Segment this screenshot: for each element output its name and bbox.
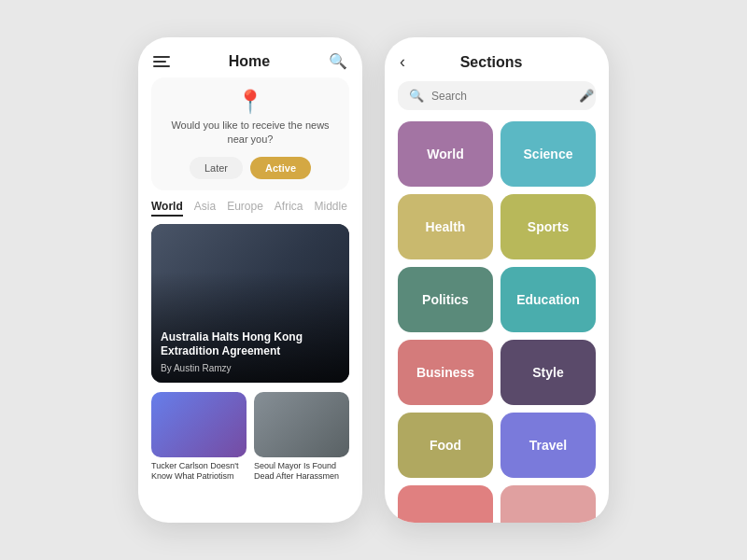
home-header: Home 🔍 <box>138 37 362 77</box>
search-bar-icon: 🔍 <box>409 89 424 103</box>
home-title: Home <box>229 53 270 70</box>
section-card-health[interactable]: Health <box>398 194 493 259</box>
news-main-overlay: Australia Halts Hong Kong Extradition Ag… <box>151 321 349 383</box>
section-label-travel: Travel <box>529 438 567 453</box>
sections-header: ‹ Sections <box>385 37 609 81</box>
news-thumb-image-2 <box>254 392 349 457</box>
location-buttons: Later Active <box>164 157 336 179</box>
category-tabs: World Asia Europe Africa Middle <box>138 200 362 224</box>
section-card-business[interactable]: Business <box>398 340 493 405</box>
section-card-science[interactable]: Science <box>500 121 596 187</box>
section-card-11[interactable] <box>500 485 596 523</box>
section-label-science: Science <box>524 147 573 161</box>
news-thumb-image-1 <box>151 392 247 457</box>
sections-title: Sections <box>413 54 570 71</box>
news-main-author: By Austin Ramzy <box>161 363 340 373</box>
tab-europe[interactable]: Europe <box>227 200 263 217</box>
location-text: Would you like to receive the news near … <box>164 119 336 147</box>
news-main-title: Australia Halts Hong Kong Extradition Ag… <box>161 330 340 359</box>
section-card-travel[interactable]: Travel <box>500 413 596 478</box>
search-input[interactable] <box>431 90 571 103</box>
news-feed: Australia Halts Hong Kong Extradition Ag… <box>138 224 362 523</box>
location-card: 📍 Would you like to receive the news nea… <box>151 77 349 190</box>
tab-world[interactable]: World <box>151 200 183 217</box>
sections-grid: WorldScienceHealthSportsPoliticsEducatio… <box>385 121 609 523</box>
section-label-world: World <box>427 147 463 161</box>
search-icon[interactable]: 🔍 <box>329 52 347 70</box>
section-card-education[interactable]: Education <box>500 267 596 332</box>
location-pin-icon: 📍 <box>164 89 336 115</box>
tab-middle[interactable]: Middle <box>315 200 347 217</box>
section-label-education: Education <box>516 292 580 307</box>
section-card-world[interactable]: World <box>398 121 493 187</box>
left-phone: Home 🔍 📍 Would you like to receive the n… <box>138 37 362 523</box>
mic-icon[interactable]: 🎤 <box>579 89 594 103</box>
right-phone: ‹ Sections 🔍 🎤 WorldScienceHealthSportsP… <box>385 37 609 523</box>
section-label-health: Health <box>426 219 466 234</box>
menu-icon[interactable] <box>153 56 170 67</box>
news-thumb-1[interactable]: Tucker Carlson Doesn't Know What Patriot… <box>151 392 247 483</box>
news-main-card[interactable]: Australia Halts Hong Kong Extradition Ag… <box>151 224 349 383</box>
back-icon[interactable]: ‹ <box>400 52 405 72</box>
section-label-food: Food <box>430 438 461 453</box>
search-bar: 🔍 🎤 <box>398 81 596 110</box>
section-label-style: Style <box>532 365 563 380</box>
section-label-business: Business <box>416 365 474 380</box>
news-grid: Tucker Carlson Doesn't Know What Patriot… <box>151 392 349 483</box>
section-card-10[interactable] <box>398 485 493 523</box>
section-card-sports[interactable]: Sports <box>500 194 596 259</box>
section-card-style[interactable]: Style <box>500 340 596 405</box>
section-label-politics: Politics <box>422 292 469 307</box>
later-button[interactable]: Later <box>190 157 243 179</box>
active-button[interactable]: Active <box>250 157 311 179</box>
section-card-food[interactable]: Food <box>398 413 493 478</box>
section-card-politics[interactable]: Politics <box>398 267 493 332</box>
tab-asia[interactable]: Asia <box>194 200 216 217</box>
news-thumb-caption-2: Seoul Mayor Is Found Dead After Harassme… <box>254 461 349 483</box>
news-thumb-caption-1: Tucker Carlson Doesn't Know What Patriot… <box>151 461 247 483</box>
tab-africa[interactable]: Africa <box>275 200 303 217</box>
news-thumb-2[interactable]: Seoul Mayor Is Found Dead After Harassme… <box>254 392 349 483</box>
section-label-sports: Sports <box>528 219 569 234</box>
